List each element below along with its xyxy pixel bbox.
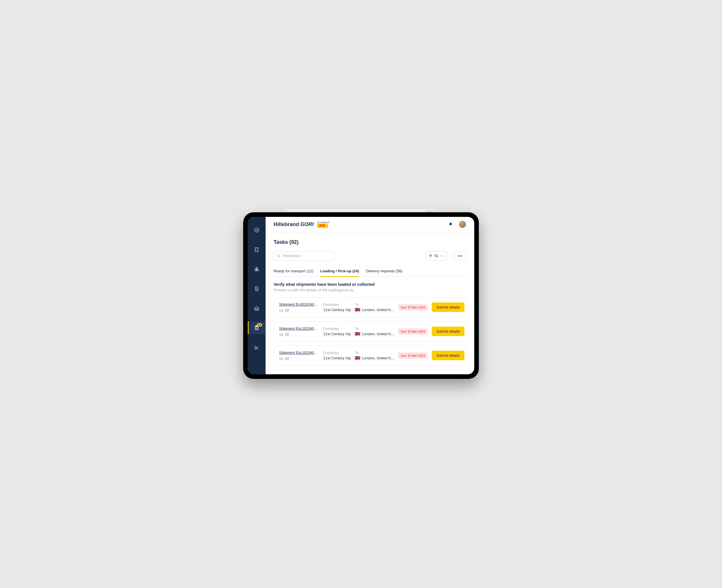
header: Hillebrand GORI A company of DHL: [265, 217, 474, 232]
size-value: 20': [285, 357, 289, 361]
header-actions: [448, 220, 466, 228]
due-badge: Due 15 Mar 2024: [398, 304, 428, 311]
svg-rect-2: [256, 268, 258, 269]
tabs: Ready for transport (12) Loading / Pick-…: [274, 267, 466, 277]
shipment-card: Shipment EvSf2024031... 20' Distributor …: [274, 297, 466, 317]
tasks-badge: 92: [257, 323, 262, 327]
search-box: [274, 251, 334, 261]
brand-name-b: GORI: [300, 222, 314, 227]
chevron-down-icon: [440, 254, 443, 258]
parent-brand: A company of DHL: [317, 221, 329, 228]
size-value: 20': [285, 333, 289, 337]
chart-icon: [254, 344, 260, 350]
destination-value: London, United K...: [362, 308, 394, 312]
logo-group: Hillebrand GORI A company of DHL: [274, 221, 329, 228]
bell-icon[interactable]: [448, 222, 453, 227]
container-size: 20': [279, 309, 319, 313]
container-icon: [279, 334, 283, 336]
to-label: To: [355, 351, 394, 355]
due-badge: Due 16 Mar 2024: [398, 328, 428, 335]
to-label: To: [355, 303, 394, 307]
nav-inventory[interactable]: [248, 263, 265, 275]
tab-delivery[interactable]: Delivery requests (56): [366, 267, 402, 277]
nav-reports[interactable]: [248, 341, 265, 354]
toolbar: To •••: [274, 251, 466, 261]
svg-point-7: [277, 254, 279, 257]
nav-dashboard[interactable]: [248, 224, 265, 236]
divider: [450, 252, 451, 259]
tab-ready[interactable]: Ready for transport (12): [274, 267, 313, 277]
shipment-card: Shipment EvLt2024031... 20' Distributor …: [274, 321, 466, 341]
destination-value: London, United K...: [362, 356, 394, 360]
distributor-value: 21st Century Vip: [323, 308, 351, 312]
file-icon: [254, 286, 260, 292]
more-button[interactable]: •••: [455, 251, 466, 261]
brand-name-a: Hillebrand: [274, 222, 299, 227]
nav-quotes[interactable]: [248, 243, 265, 256]
svg-rect-3: [255, 269, 256, 271]
nav-tasks[interactable]: 92: [248, 321, 265, 334]
size-value: 20': [285, 309, 289, 313]
destination-value: London, United K...: [362, 332, 394, 336]
distributor-value: 21st Century Vip: [323, 356, 351, 360]
submit-details-button[interactable]: Submit details: [432, 327, 464, 336]
svg-rect-1: [255, 248, 258, 251]
warehouse-icon: [254, 305, 260, 311]
parent-line: A company of: [317, 221, 329, 223]
shipment-link[interactable]: Shipment EvLt2024031...: [279, 351, 319, 355]
section-subtitle: Provide us with the details of the loadi…: [274, 288, 466, 292]
search-icon: [277, 254, 281, 258]
shipment-card: Shipment EvLt2024031... 20' Distributor …: [274, 345, 466, 366]
sidebar: 92: [248, 217, 265, 374]
svg-rect-4: [257, 269, 258, 271]
svg-point-8: [430, 255, 431, 256]
to-label: To: [434, 254, 438, 258]
avatar[interactable]: [459, 220, 466, 228]
location-icon: [429, 254, 432, 258]
gauge-icon: [254, 227, 260, 233]
building-icon: [254, 247, 260, 252]
due-badge: Due 16 Mar 2024: [398, 353, 428, 359]
submit-details-button[interactable]: Submit details: [432, 351, 464, 360]
to-label: To: [355, 327, 394, 331]
uk-flag-icon: [355, 356, 360, 360]
uk-flag-icon: [355, 332, 360, 336]
boxes-icon: [254, 266, 260, 272]
tab-loading[interactable]: Loading / Pick-up (24): [320, 267, 359, 277]
main-area: Hillebrand GORI A company of DHL: [265, 217, 474, 374]
to-filter-button[interactable]: To: [426, 251, 446, 261]
distributor-label: Distributor: [323, 303, 351, 307]
submit-details-button[interactable]: Submit details: [432, 302, 464, 312]
distributor-label: Distributor: [323, 327, 351, 331]
nav-documents[interactable]: [248, 282, 265, 295]
container-icon: [279, 309, 283, 312]
search-input[interactable]: [274, 251, 334, 261]
brand-logo: Hillebrand GORI: [274, 222, 314, 228]
container-size: 20': [279, 333, 319, 337]
distributor-value: 21st Century Vip: [323, 332, 351, 336]
distributor-label: Distributor: [323, 351, 351, 355]
shipment-card-partial: [274, 370, 466, 374]
uk-flag-icon: [355, 308, 360, 311]
nav-warehouse[interactable]: [248, 302, 265, 315]
container-size: 20': [279, 357, 319, 361]
dhl-badge: DHL: [317, 224, 328, 228]
shipment-link[interactable]: Shipment EvLt2024031...: [279, 326, 319, 331]
page-title: Tasks (92): [274, 239, 466, 245]
app-screen: 92 Hillebrand GORI A company of: [248, 217, 474, 374]
container-icon: [279, 358, 283, 360]
content: Tasks (92) To •••: [265, 232, 474, 374]
shipment-link[interactable]: Shipment EvSf2024031...: [279, 302, 319, 307]
section-title: Verify what shipments have been loaded o…: [274, 282, 466, 287]
tablet-frame: 92 Hillebrand GORI A company of: [243, 212, 479, 379]
